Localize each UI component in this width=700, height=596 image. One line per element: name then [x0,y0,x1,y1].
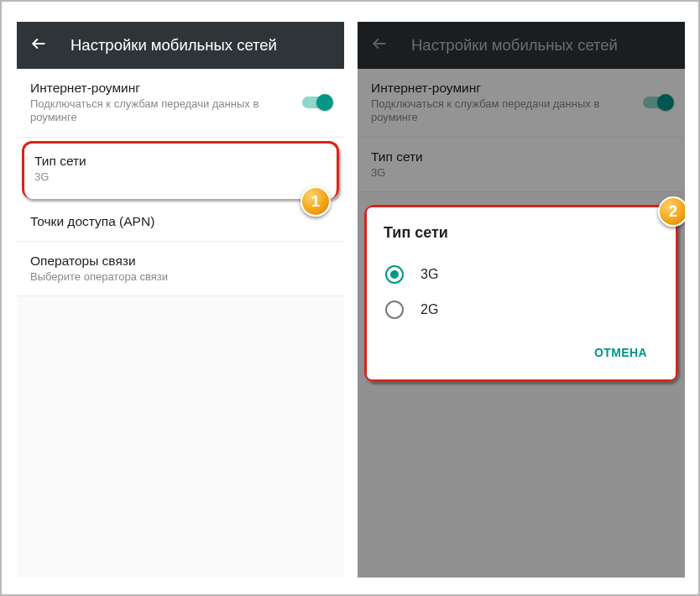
cancel-button[interactable]: ОТМЕНА [586,339,656,366]
roaming-switch[interactable] [302,97,331,108]
step-marker-2: 2 [658,196,685,227]
row-operators[interactable]: Операторы связи Выберите оператора связи [17,242,344,296]
phone-screenshot-left: Настройки мобильных сетей Интернет-роуми… [17,22,344,578]
radio-icon [385,265,404,284]
back-icon[interactable] [30,35,47,55]
row-nettype-title: Тип сети [34,154,326,169]
radio-label: 2G [421,302,438,317]
radio-icon [385,301,404,319]
dialog-network-type: Тип сети 3G 2G ОТМЕНА [364,205,678,382]
appbar: Настройки мобильных сетей [17,22,344,69]
step-marker-1: 1 [300,186,331,217]
appbar-title: Настройки мобильных сетей [71,36,277,55]
phone-screenshot-right: Настройки мобильных сетей Интернет-роуми… [358,22,685,578]
row-roaming-sub: Подключаться к службам передачи данных в… [30,97,292,125]
radio-option-3g[interactable]: 3G [384,257,659,292]
radio-option-2g[interactable]: 2G [384,292,659,327]
row-nettype-sub: 3G [34,170,326,184]
radio-label: 3G [421,267,438,282]
dialog-actions: ОТМЕНА [384,327,659,371]
row-apn-title: Точки доступа (APN) [30,214,331,229]
settings-list: Интернет-роуминг Подключаться к службам … [17,69,344,296]
row-apn[interactable]: Точки доступа (APN) [17,202,344,242]
row-operators-sub: Выберите оператора связи [30,270,331,284]
row-operators-title: Операторы связи [30,254,331,269]
row-roaming[interactable]: Интернет-роуминг Подключаться к службам … [17,69,344,138]
dialog-title: Тип сети [384,224,659,242]
row-network-type[interactable]: Тип сети 3G [22,141,339,199]
row-roaming-title: Интернет-роуминг [30,81,292,96]
stage: Настройки мобильных сетей Интернет-роуми… [0,0,700,596]
